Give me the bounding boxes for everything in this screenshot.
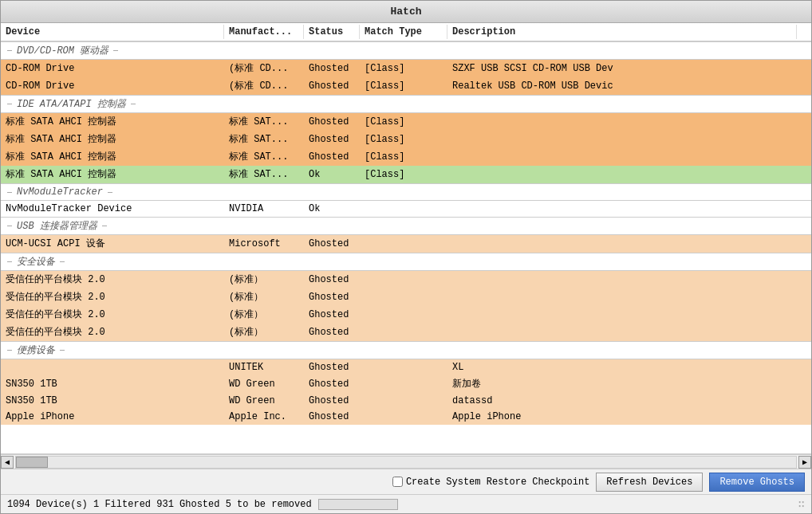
cell-matchtype — [360, 331, 447, 334]
cell-status: Ok — [304, 202, 360, 216]
cell-matchtype — [360, 207, 447, 210]
cell-matchtype — [360, 366, 447, 369]
cell-manufacturer: (标准 CD... — [224, 77, 304, 94]
table-row[interactable]: NvModuleTracker Device NVIDIA Ok — [1, 201, 811, 217]
cell-description — [447, 120, 811, 124]
col-header-manufacturer: Manufact... — [224, 25, 304, 39]
cell-status: Ghosted — [304, 273, 360, 287]
hscroll-right-btn[interactable]: ▶ — [798, 456, 811, 469]
cell-status: Ghosted — [304, 150, 360, 164]
cell-device: SN350 1TB — [1, 394, 224, 408]
cell-matchtype — [360, 313, 447, 316]
cell-device: 受信任的平台模块 2.0 — [1, 288, 224, 305]
cell-status: Ghosted — [304, 237, 360, 251]
cell-matchtype: [Class] — [360, 79, 447, 93]
cell-matchtype — [360, 296, 447, 299]
checkpoint-label[interactable]: Create System Restore Checkpoint — [392, 477, 589, 488]
cell-matchtype — [360, 242, 447, 245]
group-header-ide-group: IDE ATA/ATAPI 控制器 — [1, 95, 811, 113]
hscroll-thumb[interactable] — [16, 457, 48, 468]
cell-status: Ghosted — [304, 377, 360, 391]
resize-grip: ∷ — [798, 497, 805, 511]
hscroll-left-btn[interactable]: ◀ — [1, 456, 14, 469]
cell-manufacturer: 标准 SAT... — [224, 148, 304, 165]
cell-manufacturer: Microsoft — [224, 237, 304, 251]
cell-manufacturer: UNITEK — [224, 360, 304, 375]
group-header-label: NvModuleTracker — [1, 185, 119, 199]
hscroll-track[interactable] — [15, 456, 797, 469]
cell-manufacturer: (标准） — [224, 324, 304, 340]
table-row[interactable]: Apple iPhone Apple Inc. Ghosted Apple iP… — [1, 409, 811, 425]
bottom-controls: Create System Restore Checkpoint Refresh… — [1, 469, 811, 494]
col-header-status: Status — [304, 25, 360, 39]
cell-device: 标准 SATA AHCI 控制器 — [1, 131, 224, 147]
status-text: 1094 Device(s) 1 Filtered 931 Ghosted 5 … — [7, 499, 312, 510]
cell-device: CD-ROM Drive — [1, 61, 224, 76]
cell-status: Ghosted — [304, 132, 360, 147]
col-header-device: Device — [1, 25, 224, 39]
cell-status: Ghosted — [304, 360, 360, 375]
cell-device: 受信任的平台模块 2.0 — [1, 324, 224, 340]
status-bar: 1094 Device(s) 1 Filtered 931 Ghosted 5 … — [1, 494, 811, 513]
cell-description — [447, 313, 811, 316]
table-container: Device Manufact... Status Match Type Des… — [1, 23, 811, 454]
checkpoint-text: Create System Restore Checkpoint — [406, 477, 589, 488]
table-row[interactable]: CD-ROM Drive (标准 CD... Ghosted [Class] S… — [1, 60, 811, 77]
table-row[interactable]: SN350 1TB WD Green Ghosted 新加卷 — [1, 375, 811, 393]
group-header-dvd-group: DVD/CD-ROM 驱动器 — [1, 41, 811, 60]
table-row[interactable]: 标准 SATA AHCI 控制器 标准 SAT... Ok [Class] — [1, 166, 811, 183]
group-header-label: IDE ATA/ATAPI 控制器 — [1, 96, 142, 112]
checkpoint-checkbox[interactable] — [392, 477, 403, 487]
cell-device: SN350 1TB — [1, 377, 224, 391]
remove-ghosts-button[interactable]: Remove Ghosts — [709, 473, 805, 492]
cell-matchtype — [360, 278, 447, 281]
title-bar: Hatch — [1, 1, 811, 23]
group-header-label: 安全设备 — [1, 253, 71, 270]
cell-manufacturer: (标准 CD... — [224, 60, 304, 77]
cell-matchtype — [360, 415, 447, 418]
cell-device: 受信任的平台模块 2.0 — [1, 271, 224, 288]
cell-manufacturer: (标准） — [224, 288, 304, 305]
cell-matchtype: [Class] — [360, 167, 447, 182]
cell-manufacturer: 标准 SAT... — [224, 166, 304, 182]
cell-status: Ghosted — [304, 61, 360, 76]
table-row[interactable]: 标准 SATA AHCI 控制器 标准 SAT... Ghosted [Clas… — [1, 131, 811, 148]
cell-manufacturer: NVIDIA — [224, 202, 304, 216]
table-row[interactable]: 受信任的平台模块 2.0 (标准） Ghosted — [1, 306, 811, 324]
cell-description: SZXF USB SCSI CD-ROM USB Dev — [447, 61, 811, 76]
table-body[interactable]: DVD/CD-ROM 驱动器 CD-ROM Drive (标准 CD... Gh… — [1, 41, 811, 453]
cell-matchtype — [360, 383, 447, 386]
cell-device: UCM-UCSI ACPI 设备 — [1, 235, 224, 252]
cell-description — [447, 155, 811, 159]
cell-manufacturer: 标准 SAT... — [224, 113, 304, 130]
hscroll-area[interactable]: ◀ ▶ — [1, 454, 811, 469]
col-header-description: Description — [447, 25, 797, 39]
cell-matchtype: [Class] — [360, 150, 447, 164]
cell-status: Ghosted — [304, 410, 360, 424]
table-row[interactable]: 受信任的平台模块 2.0 (标准） Ghosted — [1, 288, 811, 306]
refresh-devices-button[interactable]: Refresh Devices — [596, 473, 703, 492]
table-row[interactable]: 受信任的平台模块 2.0 (标准） Ghosted — [1, 271, 811, 288]
cell-description — [447, 242, 811, 245]
cell-device: 标准 SATA AHCI 控制器 — [1, 113, 224, 130]
cell-status: Ghosted — [304, 79, 360, 93]
cell-status: Ghosted — [304, 115, 360, 129]
table-row[interactable]: UCM-UCSI ACPI 设备 Microsoft Ghosted — [1, 235, 811, 253]
table-row[interactable]: 标准 SATA AHCI 控制器 标准 SAT... Ghosted [Clas… — [1, 148, 811, 166]
table-row[interactable]: CD-ROM Drive (标准 CD... Ghosted [Class] R… — [1, 77, 811, 95]
table-row[interactable]: SN350 1TB WD Green Ghosted datassd — [1, 393, 811, 409]
window-title: Hatch — [390, 6, 421, 18]
progress-bar — [318, 499, 398, 510]
cell-device: 标准 SATA AHCI 控制器 — [1, 166, 224, 182]
cell-manufacturer: (标准） — [224, 271, 304, 288]
col-header-matchtype: Match Type — [360, 25, 447, 39]
group-header-label: USB 连接器管理器 — [1, 218, 113, 234]
cell-description — [447, 278, 811, 281]
cell-description — [447, 138, 811, 141]
table-row[interactable]: 标准 SATA AHCI 控制器 标准 SAT... Ghosted [Clas… — [1, 113, 811, 131]
table-row[interactable]: 受信任的平台模块 2.0 (标准） Ghosted — [1, 324, 811, 341]
group-header-label: 便携设备 — [1, 342, 71, 359]
table-row[interactable]: UNITEK Ghosted XL — [1, 359, 811, 375]
table-header: Device Manufact... Status Match Type Des… — [1, 23, 811, 41]
cell-description — [447, 296, 811, 299]
